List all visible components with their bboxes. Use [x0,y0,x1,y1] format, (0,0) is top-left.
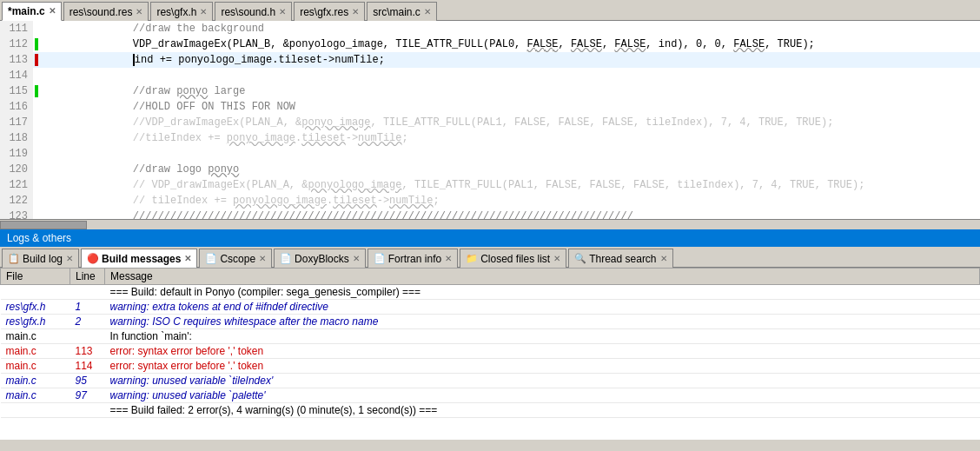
tab-close-main-c[interactable]: ✕ [49,7,56,16]
log-table-container: File Line Message === Build: default in … [0,268,980,440]
tab-label: res\sound.h [221,6,275,18]
log-cell-line: 2 [70,315,105,329]
log-cell-message: warning: unused variable `palette' [105,388,980,403]
tab-close-res-sound-res[interactable]: ✕ [136,8,142,17]
log-cell-message: warning: unused variable `tileIndex' [105,374,980,388]
build-log-icon: 📋 [8,253,20,264]
logs-tab-label: Build log [23,253,63,265]
line-num-123: 123 [0,209,33,219]
logs-tab-close-cscope[interactable]: ✕ [259,255,266,263]
tab-close-src-main-c[interactable]: ✕ [424,8,431,17]
code-lines: 111 //draw the background 112 VDP_drawIm… [0,21,980,219]
log-table-header: File Line Message [1,269,980,285]
code-line-123: 123 ////////////////////////////////////… [0,209,980,219]
line-num-115: 115 [0,83,33,99]
log-row-1: res\gfx.h1warning: extra tokens at end o… [1,300,980,315]
editor-area: 111 //draw the background 112 VDP_drawIm… [0,21,980,229]
tab-res-sound-res[interactable]: res\sound.res ✕ [63,2,149,21]
log-cell-message: === Build failed: 2 error(s), 4 warning(… [105,403,980,418]
tab-close-res-sound-h[interactable]: ✕ [279,8,286,17]
line-code-123[interactable]: ////////////////////////////////////////… [40,193,980,219]
marker-green-115 [35,85,38,97]
log-row-7: main.c97warning: unused variable `palett… [1,388,980,403]
tab-close-res-gfx-h[interactable]: ✕ [200,8,207,17]
log-cell-line: 97 [70,388,105,403]
log-cell-line: 1 [70,300,105,315]
logs-tab-fortran-info[interactable]: 📄 Fortran info ✕ [368,249,458,268]
logs-tab-close-thread-search[interactable]: ✕ [660,255,667,263]
logs-tab-close-closed-files[interactable]: ✕ [553,255,560,263]
col-message: Message [105,269,980,285]
log-cell-file: res\gfx.h [1,315,70,329]
line-marker-113 [33,54,40,66]
col-file: File [1,269,70,285]
log-row-6: main.c95warning: unused variable `tileIn… [1,374,980,388]
line-num-116: 116 [0,99,33,115]
tab-res-gfx-h[interactable]: res\gfx.h ✕ [150,2,213,21]
log-cell-line [70,329,105,344]
logs-tab-close-build-messages[interactable]: ✕ [184,255,191,263]
log-cell-line [70,285,105,300]
line-num-117: 117 [0,115,33,130]
logs-tab-closed-files[interactable]: 📁 Closed files list ✕ [460,249,566,268]
line-marker-112 [33,38,40,50]
logs-tab-bar: 📋 Build log ✕ 🔴 Build messages ✕ 📄 Cscop… [0,247,980,268]
hscroll-thumb[interactable] [0,221,87,229]
log-cell-message: warning: extra tokens at end of #ifndef … [105,300,980,315]
tab-main-c[interactable]: *main.c ✕ [2,2,62,21]
logs-tab-label: Thread search [589,253,656,265]
tab-src-main-c[interactable]: src\main.c ✕ [367,2,437,21]
line-num-121: 121 [0,177,33,193]
hscroll-track [0,221,980,229]
logs-tab-close-doxyblocks[interactable]: ✕ [353,255,360,263]
code-line-113: 113 ind += ponyologo_image.tileset->numT… [0,52,980,68]
logs-tab-cscope[interactable]: 📄 Cscope ✕ [199,249,272,268]
line-num-112: 112 [0,36,33,52]
tab-label: src\main.c [373,6,420,18]
line-num-118: 118 [0,130,33,146]
log-cell-file: res\gfx.h [1,300,70,315]
tab-close-res-gfx-res[interactable]: ✕ [352,8,359,17]
editor-tab-bar: *main.c ✕ res\sound.res ✕ res\gfx.h ✕ re… [0,0,980,21]
logs-tab-close-fortran[interactable]: ✕ [445,255,452,263]
log-cell-file: main.c [1,388,70,403]
tab-res-sound-h[interactable]: res\sound.h ✕ [215,2,292,21]
editor-hscroll[interactable] [0,219,980,229]
log-table: File Line Message === Build: default in … [0,268,980,418]
fortran-icon: 📄 [374,253,386,264]
logs-header: Logs & others [0,229,980,247]
line-num-122: 122 [0,193,33,209]
line-num-111: 111 [0,21,33,36]
log-row-4: main.c113error: syntax error before ',' … [1,344,980,359]
log-row-0: === Build: default in Ponyo (compiler: s… [1,285,980,300]
log-cell-line [70,403,105,418]
log-cell-message: error: syntax error before '.' token [105,359,980,374]
marker-green-112 [35,38,38,50]
logs-tab-build-messages[interactable]: 🔴 Build messages ✕ [81,249,197,268]
thread-search-icon: 🔍 [574,253,586,264]
code-text: ////////////////////////////////////////… [108,210,633,219]
log-cell-file: main.c [1,329,70,344]
doxyblocks-icon: 📄 [280,253,292,264]
logs-tab-build-log[interactable]: 📋 Build log ✕ [2,249,79,268]
tab-label: *main.c [8,5,45,17]
logs-title: Logs & others [7,232,71,244]
logs-tab-label: Build messages [102,253,181,265]
log-cell-line: 95 [70,374,105,388]
tab-label: res\gfx.h [156,6,196,18]
logs-tab-label: Cscope [220,253,255,265]
logs-tab-doxyblocks[interactable]: 📄 DoxyBlocks ✕ [274,249,366,268]
log-cell-message: === Build: default in Ponyo (compiler: s… [105,285,980,300]
log-cell-line: 113 [70,344,105,359]
tab-res-gfx-res[interactable]: res\gfx.res ✕ [294,2,365,21]
logs-tab-label: DoxyBlocks [295,253,349,265]
cscope-icon: 📄 [205,253,217,264]
tab-label: res\gfx.res [300,6,348,18]
line-num-119: 119 [0,146,33,162]
code-container: 111 //draw the background 112 VDP_drawIm… [0,21,980,219]
code-text: //tileIndex += ponyo_image.tileset->numT… [108,132,408,144]
logs-tab-close-build-log[interactable]: ✕ [66,255,73,263]
log-cell-file [1,285,70,300]
code-line-118: 118 //tileIndex += ponyo_image.tileset->… [0,130,980,146]
logs-tab-thread-search[interactable]: 🔍 Thread search ✕ [568,249,672,268]
